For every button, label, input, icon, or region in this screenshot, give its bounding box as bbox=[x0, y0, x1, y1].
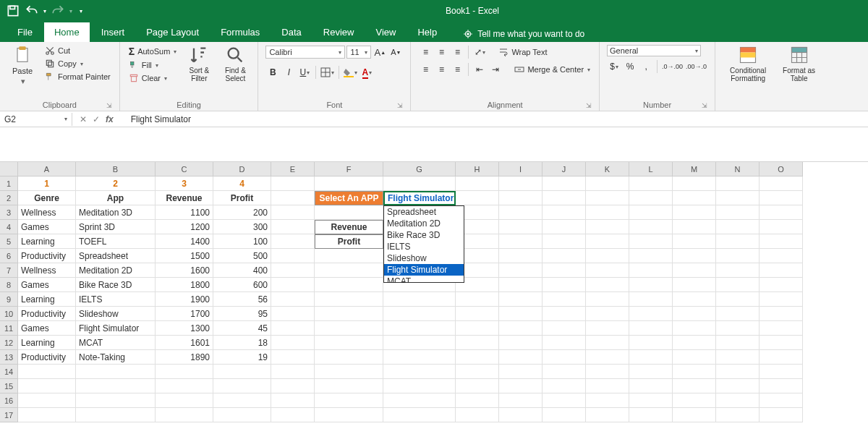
align-middle-icon[interactable]: ≡ bbox=[434, 45, 448, 59]
tab-review[interactable]: Review bbox=[313, 22, 365, 42]
dropdown-option[interactable]: Flight Simulator bbox=[384, 264, 464, 276]
tab-file[interactable]: File bbox=[7, 22, 43, 42]
cell[interactable] bbox=[271, 205, 315, 220]
cell[interactable] bbox=[456, 365, 499, 379]
cell[interactable] bbox=[629, 278, 673, 292]
row-header[interactable]: 10 bbox=[0, 307, 18, 321]
cell[interactable] bbox=[629, 321, 673, 336]
cell[interactable] bbox=[716, 191, 760, 205]
cell[interactable] bbox=[586, 249, 629, 263]
cell[interactable] bbox=[383, 379, 456, 393]
cell[interactable]: 500 bbox=[213, 249, 271, 263]
cell[interactable] bbox=[499, 191, 542, 205]
cell[interactable] bbox=[315, 393, 383, 408]
cell[interactable] bbox=[629, 408, 673, 422]
cell[interactable]: Genre bbox=[18, 191, 76, 205]
cell[interactable]: 1601 bbox=[156, 336, 213, 350]
dropdown-option[interactable]: Slideshow bbox=[384, 252, 464, 264]
cell[interactable] bbox=[499, 393, 542, 408]
cell[interactable] bbox=[673, 176, 716, 191]
cell[interactable] bbox=[760, 408, 803, 422]
currency-icon[interactable]: $▾ bbox=[607, 59, 621, 74]
orientation-icon[interactable]: ⤢▾ bbox=[472, 45, 487, 59]
tab-formulas[interactable]: Formulas bbox=[210, 22, 270, 42]
cell[interactable] bbox=[673, 220, 716, 234]
cell[interactable] bbox=[499, 408, 542, 422]
cell[interactable] bbox=[271, 191, 315, 205]
cell[interactable] bbox=[383, 176, 456, 191]
cell[interactable] bbox=[542, 249, 586, 263]
clear-button[interactable]: Clear▾ bbox=[127, 72, 179, 84]
cell[interactable] bbox=[456, 350, 499, 365]
cell[interactable] bbox=[673, 278, 716, 292]
cell[interactable] bbox=[716, 234, 760, 249]
cell[interactable] bbox=[499, 263, 542, 278]
autosum-button[interactable]: ΣAutoSum▾ bbox=[127, 45, 179, 58]
cell[interactable] bbox=[499, 176, 542, 191]
cell[interactable]: Revenue bbox=[315, 220, 383, 234]
cell[interactable] bbox=[213, 379, 271, 393]
fx-icon[interactable]: fx bbox=[106, 114, 114, 124]
cell[interactable] bbox=[629, 336, 673, 350]
cell[interactable] bbox=[271, 321, 315, 336]
cell[interactable] bbox=[673, 205, 716, 220]
cell[interactable] bbox=[629, 191, 673, 205]
cell[interactable]: 45 bbox=[213, 321, 271, 336]
cell[interactable] bbox=[629, 292, 673, 307]
cell[interactable] bbox=[586, 263, 629, 278]
cell[interactable] bbox=[716, 220, 760, 234]
cell[interactable]: Learning bbox=[18, 234, 76, 249]
cell[interactable] bbox=[629, 393, 673, 408]
cell[interactable] bbox=[673, 249, 716, 263]
select-all-corner[interactable] bbox=[0, 162, 18, 176]
cell[interactable] bbox=[383, 365, 456, 379]
name-box[interactable]: G2▾ bbox=[0, 113, 72, 126]
cell[interactable]: Productivity bbox=[18, 350, 76, 365]
cell[interactable] bbox=[673, 393, 716, 408]
cell[interactable] bbox=[271, 408, 315, 422]
cell[interactable] bbox=[716, 278, 760, 292]
increase-font-icon[interactable]: A▲ bbox=[373, 45, 387, 59]
cell[interactable] bbox=[456, 176, 499, 191]
increase-decimal-icon[interactable]: .0→.00 bbox=[661, 59, 684, 74]
cell[interactable] bbox=[156, 379, 213, 393]
row-header[interactable]: 17 bbox=[0, 408, 18, 422]
cell[interactable] bbox=[383, 336, 456, 350]
cell[interactable] bbox=[271, 292, 315, 307]
font-dialog-icon[interactable]: ⇲ bbox=[397, 102, 403, 109]
cell[interactable] bbox=[716, 321, 760, 336]
cell[interactable]: Meditation 2D bbox=[76, 263, 156, 278]
cell[interactable] bbox=[586, 379, 629, 393]
row-header[interactable]: 5 bbox=[0, 234, 18, 249]
cell[interactable]: Learning bbox=[18, 292, 76, 307]
clipboard-dialog-icon[interactable]: ⇲ bbox=[106, 102, 112, 109]
cell[interactable] bbox=[499, 321, 542, 336]
cell[interactable] bbox=[629, 365, 673, 379]
cell[interactable] bbox=[315, 365, 383, 379]
cell[interactable] bbox=[629, 263, 673, 278]
cell[interactable]: Profit bbox=[213, 191, 271, 205]
cell[interactable] bbox=[629, 249, 673, 263]
cell[interactable] bbox=[673, 379, 716, 393]
bold-button[interactable]: B bbox=[265, 65, 280, 80]
cell[interactable] bbox=[586, 220, 629, 234]
undo-dropdown[interactable]: ▾ bbox=[43, 8, 46, 14]
column-header[interactable]: M bbox=[673, 162, 716, 176]
cell[interactable] bbox=[760, 393, 803, 408]
cell[interactable]: Note-Taking bbox=[76, 350, 156, 365]
row-header[interactable]: 7 bbox=[0, 263, 18, 278]
cell[interactable] bbox=[499, 205, 542, 220]
align-bottom-icon[interactable]: ≡ bbox=[450, 45, 464, 59]
cell[interactable] bbox=[673, 292, 716, 307]
cell[interactable] bbox=[383, 408, 456, 422]
cell[interactable]: 4 bbox=[213, 176, 271, 191]
paste-button[interactable]: Paste▾ bbox=[7, 45, 38, 86]
validation-dropdown[interactable]: SpreadsheetMeditation 2DBike Race 3DIELT… bbox=[383, 205, 464, 283]
row-header[interactable]: 9 bbox=[0, 292, 18, 307]
merge-center-button[interactable]: Merge & Center▾ bbox=[513, 64, 592, 75]
cell[interactable] bbox=[499, 292, 542, 307]
cell[interactable] bbox=[586, 176, 629, 191]
tab-help[interactable]: Help bbox=[407, 22, 447, 42]
cell[interactable] bbox=[383, 350, 456, 365]
tab-view[interactable]: View bbox=[365, 22, 406, 42]
